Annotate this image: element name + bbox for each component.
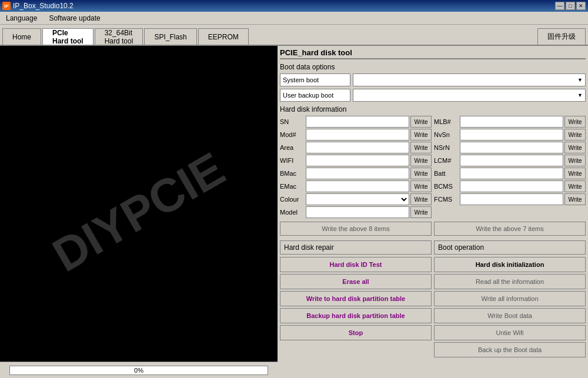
hd-write-nsrn[interactable]: Write [564, 142, 586, 153]
repair-buttons-col: Hard disk ID Test Erase all Write to har… [280, 257, 432, 359]
system-boot-dropdown[interactable] [353, 73, 586, 86]
watermark: DIYPCIE [44, 142, 233, 283]
hd-write-nvsn[interactable]: Write [564, 129, 586, 141]
hd-write-area[interactable]: Write [410, 142, 432, 153]
hd-write-lcm[interactable]: Write [564, 155, 586, 166]
right-panel: PCIE_hard disk tool Boot data options Sy… [278, 46, 588, 378]
hd-row-nsrn: NSrN Write [434, 142, 586, 153]
hd-row-area: Area Write [280, 142, 432, 153]
hd-input-nsrn[interactable] [460, 142, 563, 153]
hd-row-nvsn: NvSn Write [434, 129, 586, 141]
boot-data-options-label: Boot data options [280, 63, 586, 71]
hd-input-mlb[interactable] [460, 116, 563, 128]
progress-bar-container: 0% [9, 366, 268, 375]
tab-spi-flash[interactable]: SPI_Flash [144, 28, 196, 45]
untie-wifi-button[interactable]: Untie Wifi [434, 325, 586, 340]
hd-input-bmac[interactable] [306, 168, 409, 179]
write-boot-data-button[interactable]: Write Boot data [434, 308, 586, 323]
hd-row-sn: SN Write [280, 116, 432, 128]
section-headers-row: Hard disk repair Boot operation [280, 240, 586, 255]
write-partition-table-button[interactable]: Write to hard disk partition table [280, 291, 432, 306]
hd-write-emac[interactable]: Write [410, 180, 432, 192]
repair-section-header: Hard disk repair [280, 240, 432, 255]
hd-input-emac[interactable] [306, 180, 409, 192]
hd-input-mod[interactable] [306, 129, 409, 141]
hd-write-bcms[interactable]: Write [564, 180, 586, 192]
minimize-button[interactable]: — [555, 2, 564, 10]
hd-label-emac: EMac [280, 183, 305, 190]
hd-label-fcms: FCMS [434, 196, 459, 203]
maximize-button[interactable]: □ [566, 2, 575, 10]
close-button[interactable]: ✕ [576, 2, 586, 10]
menu-language[interactable]: Language [2, 13, 41, 24]
hd-label-model: Model [280, 209, 305, 216]
tab-firmware-upgrade[interactable]: 固件升级 [537, 28, 586, 45]
hd-write-sn[interactable]: Write [410, 116, 432, 128]
system-boot-row: System boot [280, 73, 586, 86]
menu-software-update[interactable]: Software update [45, 13, 103, 24]
hd-input-lcm[interactable] [460, 155, 563, 166]
hd-input-model[interactable] [306, 206, 409, 218]
progress-bar-area: 0% [0, 362, 278, 378]
hd-row-emac: EMac Write [280, 180, 432, 192]
tab-home[interactable]: Home [2, 28, 41, 45]
hd-label-mlb: MLB# [434, 118, 459, 125]
write-all-info-button[interactable]: Write all information [434, 291, 586, 306]
tab-pcie-hard-tool[interactable]: PCIeHard tool [42, 28, 93, 45]
read-all-info-button[interactable]: Read all the information [434, 274, 586, 289]
hd-input-nvsn[interactable] [460, 129, 563, 141]
hd-input-batt[interactable] [460, 168, 563, 179]
erase-all-button[interactable]: Erase all [280, 274, 432, 289]
hd-label-colour: Colour [280, 196, 305, 203]
hd-input-area[interactable] [306, 142, 409, 153]
hd-row-colour: Colour Write [280, 193, 432, 205]
panel-title: PCIE_hard disk tool [280, 48, 586, 59]
user-backup-boot-label: User backup boot [280, 89, 350, 102]
user-backup-boot-dropdown[interactable] [353, 89, 586, 102]
tab-32-64bit[interactable]: 32_64BitHard tool [95, 28, 143, 45]
hd-select-colour[interactable] [306, 193, 409, 205]
hd-right-col: MLB# Write NvSn Write NSrN Write LCM# [434, 116, 586, 219]
hd-label-nvsn: NvSn [434, 131, 459, 138]
backup-partition-table-button[interactable]: Backup hard disk partition table [280, 308, 432, 323]
tab-eeprom[interactable]: EEPROM [198, 28, 249, 45]
write-above-7-button[interactable]: Write the above 7 items [434, 222, 586, 236]
hd-label-sn: SN [280, 118, 305, 125]
hd-write-model[interactable]: Write [410, 206, 432, 218]
hd-label-nsrn: NSrN [434, 144, 459, 151]
tab-bar: Home PCIeHard tool 32_64BitHard tool SPI… [0, 25, 588, 46]
hd-label-area: Area [280, 144, 305, 151]
hd-write-bmac[interactable]: Write [410, 168, 432, 179]
hd-label-bmac: BMac [280, 170, 305, 177]
action-buttons-area: Hard disk ID Test Erase all Write to har… [280, 257, 586, 359]
hard-disk-id-test-button[interactable]: Hard disk ID Test [280, 257, 432, 272]
boot-section-header: Boot operation [434, 240, 586, 255]
user-backup-boot-row: User backup boot [280, 89, 586, 102]
hd-write-mod[interactable]: Write [410, 129, 432, 141]
progress-label: 0% [134, 366, 143, 374]
hard-disk-initialization-button[interactable]: Hard disk initialization [434, 257, 586, 272]
write-above-8-button[interactable]: Write the above 8 items [280, 222, 432, 236]
hd-label-lcm: LCM# [434, 157, 459, 164]
write-all-row: Write the above 8 items Write the above … [280, 222, 586, 236]
hd-write-colour[interactable]: Write [410, 193, 432, 205]
hd-write-wifi[interactable]: Write [410, 155, 432, 166]
hd-write-fcms[interactable]: Write [564, 193, 586, 205]
hd-row-lcm: LCM# Write [434, 155, 586, 166]
hd-row-bmac: BMac Write [280, 168, 432, 179]
left-panel-display: DIYPCIE 0% [0, 46, 278, 378]
hd-input-fcms[interactable] [460, 193, 563, 205]
title-bar: IP IP_Box_Studio10.2 — □ ✕ [0, 0, 588, 12]
hd-input-sn[interactable] [306, 116, 409, 128]
hd-left-col: SN Write Mod# Write Area Write WIFI [280, 116, 432, 219]
hd-row-bcms: BCMS Write [434, 180, 586, 192]
boot-buttons-col: Hard disk initialization Read all the in… [434, 257, 586, 359]
hd-write-batt[interactable]: Write [564, 168, 586, 179]
backup-boot-data-button[interactable]: Back up the Boot data [434, 342, 586, 357]
stop-button[interactable]: Stop [280, 325, 432, 340]
hd-input-bcms[interactable] [460, 180, 563, 192]
hd-write-mlb[interactable]: Write [564, 116, 586, 128]
system-boot-label: System boot [280, 73, 350, 86]
hd-input-wifi[interactable] [306, 155, 409, 166]
main-content: DIYPCIE 0% PCIE_hard disk tool Boot data… [0, 46, 588, 378]
